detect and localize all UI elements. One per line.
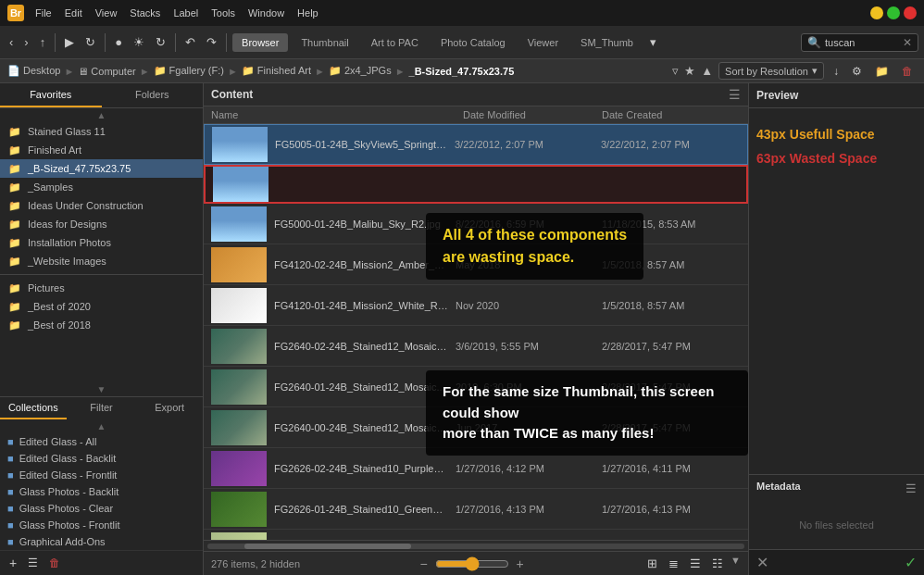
breadcrumb-item-fgallery[interactable]: 📁 Fgallery (F:) bbox=[154, 65, 224, 77]
add-collection-button[interactable]: + bbox=[6, 554, 20, 572]
menu-stacks[interactable]: Stacks bbox=[124, 6, 166, 20]
menu-file[interactable]: File bbox=[30, 6, 57, 20]
refresh-button[interactable]: ↻ bbox=[152, 33, 169, 51]
view-options-button[interactable]: ⚙ bbox=[848, 63, 866, 80]
horizontal-scrollbar[interactable] bbox=[204, 540, 748, 551]
sidebar-tabs[interactable]: Favorites Folders bbox=[0, 83, 203, 108]
col-date-header[interactable]: Date Modified bbox=[463, 109, 602, 120]
tab-sm-thumb[interactable]: SM_Thumb bbox=[571, 33, 643, 52]
redo-button[interactable]: ↷ bbox=[203, 33, 220, 51]
table-row[interactable]: FG5005-01-24B_SkyView5_Springtime_Bliss_… bbox=[204, 124, 748, 165]
back-button[interactable]: ‹ bbox=[6, 33, 17, 51]
funnel-icon[interactable]: ▲ bbox=[701, 64, 713, 78]
sidebar-item-stained-glass[interactable]: 📁 Stained Glass 11 bbox=[0, 122, 203, 141]
breadcrumb-item-finished-art[interactable]: 📁 Finished Art bbox=[242, 65, 311, 77]
minimize-button[interactable] bbox=[870, 6, 883, 19]
forward-button[interactable]: › bbox=[20, 33, 31, 51]
sidebar-item-best-2020[interactable]: 📁 _Best of 2020 bbox=[0, 297, 203, 316]
col-name-header[interactable]: Name bbox=[211, 109, 463, 120]
breadcrumb-item-2x4[interactable]: 📁 2x4_JPGs bbox=[329, 65, 392, 77]
tab-photo-catalog[interactable]: Photo Catalog bbox=[431, 33, 515, 52]
list-view-button[interactable]: ☰ bbox=[686, 555, 705, 572]
table-row[interactable]: FG2626-01-24B_Stained10_Green_Gold_R2.jp… bbox=[204, 489, 748, 530]
sidebar-item-b-sized[interactable]: 📁 _B-Sized_47.75x23.75 bbox=[0, 159, 203, 178]
scrollbar-thumb[interactable] bbox=[244, 544, 411, 549]
table-row[interactable]: FG2626-02-24B_Stained10_Purple_Fire_R2..… bbox=[204, 448, 748, 489]
chevron-down-icon[interactable]: ▼ bbox=[730, 555, 741, 572]
grid-view-button[interactable]: ⊞ bbox=[643, 555, 661, 572]
star-icon[interactable]: ★ bbox=[684, 64, 695, 78]
sidebar-item-pictures[interactable]: 📁 Pictures bbox=[0, 279, 203, 297]
menu-label[interactable]: Label bbox=[168, 6, 204, 20]
table-row[interactable] bbox=[204, 165, 748, 204]
search-input[interactable] bbox=[825, 37, 899, 48]
sidebar-item-ideas-under[interactable]: 📁 Ideas Under Construction bbox=[0, 196, 203, 215]
table-row[interactable]: FG2640-00-24B_Stained12_Mosaic_Highway_E… bbox=[204, 407, 748, 448]
sidebar-item-finished-art[interactable]: 📁 Finished Art bbox=[0, 141, 203, 159]
sidebar-item-ideas-designs[interactable]: 📁 Ideas for Designs bbox=[0, 215, 203, 233]
sidebar-item-samples[interactable]: 📁 _Samples bbox=[0, 178, 203, 196]
window-controls[interactable] bbox=[870, 6, 917, 19]
sidebar-item-best-2018[interactable]: 📁 _Best of 2018 bbox=[0, 316, 203, 334]
coll-item-graphical[interactable]: ■ Graphical Add-Ons bbox=[0, 533, 203, 550]
sort-direction-button[interactable]: ↓ bbox=[830, 63, 843, 80]
close-button[interactable] bbox=[904, 6, 917, 19]
sidebar-bottom-tabs[interactable]: Collections Filter Export bbox=[0, 397, 203, 419]
photo-button[interactable]: ☀ bbox=[130, 33, 148, 51]
breadcrumb-item-computer[interactable]: 🖥 Computer bbox=[78, 66, 135, 77]
scrollbar-track[interactable] bbox=[207, 544, 744, 549]
coll-item-glass-backlit[interactable]: ■ Glass Photos - Backlit bbox=[0, 483, 203, 500]
scroll-up-arrow[interactable]: ▲ bbox=[0, 108, 203, 122]
search-box[interactable]: 🔍 ✕ bbox=[801, 33, 918, 52]
tab-thumbnail[interactable]: Thumbnail bbox=[292, 33, 357, 52]
tab-art-to-pac[interactable]: Art to PAC bbox=[362, 33, 428, 52]
table-row[interactable]: FG4120-02-24B_Mission2_Amber_R2.jpg May … bbox=[204, 244, 748, 285]
sidebar-tab-favorites[interactable]: Favorites bbox=[0, 83, 102, 107]
table-row[interactable]: FG2640-01-24B_Stained12_Mosaic... 2019, … bbox=[204, 367, 748, 407]
detail-view-button[interactable]: ≣ bbox=[665, 555, 682, 572]
filmstrip-view-button[interactable]: ☷ bbox=[708, 555, 727, 572]
coll-item-glass-clear[interactable]: ■ Glass Photos - Clear bbox=[0, 500, 203, 517]
menu-view[interactable]: View bbox=[90, 6, 123, 20]
scroll-down-arrow[interactable]: ▼ bbox=[0, 382, 203, 396]
tab-browser[interactable]: Browser bbox=[232, 33, 288, 52]
metadata-menu-icon[interactable]: ☰ bbox=[905, 481, 917, 495]
tab-collections[interactable]: Collections bbox=[0, 397, 67, 419]
menu-help[interactable]: Help bbox=[292, 6, 324, 20]
sidebar-item-website[interactable]: 📁 _Website Images bbox=[0, 252, 203, 270]
menu-window[interactable]: Window bbox=[243, 6, 290, 20]
table-row[interactable]: FG4120-01-24B_Mission2_White_R1.jpg Nov … bbox=[204, 285, 748, 326]
zoom-slider[interactable] bbox=[435, 556, 509, 571]
coll-item-edited-backlit[interactable]: ■ Edited Glass - Backlit bbox=[0, 450, 203, 467]
tab-viewer[interactable]: Viewer bbox=[518, 33, 568, 52]
sort-dropdown[interactable]: Sort by Resolution ▾ bbox=[718, 62, 824, 80]
up-button[interactable]: ↑ bbox=[36, 33, 50, 51]
sidebar-item-installation[interactable]: 📁 Installation Photos bbox=[0, 233, 203, 252]
coll-item-glass-frontlit[interactable]: ■ Glass Photos - Frontlit bbox=[0, 517, 203, 533]
sidebar-tab-folders[interactable]: Folders bbox=[102, 83, 204, 107]
table-row[interactable]: FG1502-01-24B_Vines_Of_Florence_White_R1… bbox=[204, 530, 748, 540]
preview-next-icon[interactable]: ✓ bbox=[905, 554, 917, 571]
menu-edit[interactable]: Edit bbox=[59, 6, 88, 20]
search-clear-icon[interactable]: ✕ bbox=[903, 36, 912, 49]
undo-button[interactable]: ↶ bbox=[181, 33, 199, 51]
tab-export[interactable]: Export bbox=[136, 397, 203, 419]
coll-item-edited-all[interactable]: ■ Edited Glass - All bbox=[0, 433, 203, 450]
menu-bar[interactable]: File Edit View Stacks Label Tools Window… bbox=[30, 6, 324, 20]
table-row[interactable]: FG2640-02-24B_Stained12_Mosaic_Highway_S… bbox=[204, 326, 748, 367]
col-created-header[interactable]: Date Created bbox=[602, 109, 741, 120]
tab-filter[interactable]: Filter bbox=[69, 397, 135, 419]
zoom-in-icon[interactable]: + bbox=[517, 556, 524, 571]
preview-prev-icon[interactable]: ✕ bbox=[756, 554, 768, 571]
rotate-button[interactable]: ↻ bbox=[81, 33, 99, 51]
delete-collection-button[interactable]: 🗑 bbox=[45, 555, 64, 571]
breadcrumb-item-desktop[interactable]: 📄 Desktop bbox=[7, 65, 60, 77]
coll-item-edited-frontlit[interactable]: ■ Edited Glass - Frontlit bbox=[0, 467, 203, 483]
manage-collection-button[interactable]: ☰ bbox=[24, 555, 42, 571]
zoom-out-icon[interactable]: − bbox=[419, 556, 427, 571]
filter-icon[interactable]: ▿ bbox=[672, 64, 679, 78]
delete-button[interactable]: 🗑 bbox=[898, 63, 917, 80]
recent-button[interactable]: ▶ bbox=[61, 33, 78, 51]
maximize-button[interactable] bbox=[887, 6, 900, 19]
collections-scroll-up[interactable]: ▲ bbox=[0, 419, 203, 433]
